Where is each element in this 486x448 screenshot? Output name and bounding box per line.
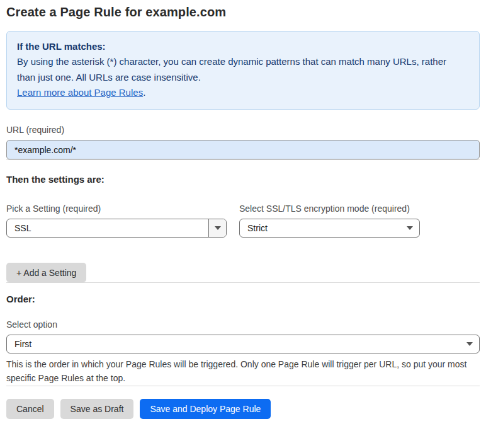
pick-setting-label: Pick a Setting (required) [6, 204, 227, 214]
cancel-button[interactable]: Cancel [6, 399, 54, 419]
encryption-mode-select-value: Strict [240, 223, 400, 233]
create-page-rule-form: Create a Page Rule for example.com If th… [0, 0, 486, 419]
add-setting-button[interactable]: + Add a Setting [6, 263, 86, 282]
order-select[interactable]: First [6, 335, 480, 353]
encryption-mode-select[interactable]: Strict [239, 219, 420, 238]
order-section-heading: Order: [6, 294, 480, 304]
settings-section-heading: Then the settings are: [6, 174, 480, 185]
pick-setting-select[interactable]: SSL [6, 219, 227, 238]
pick-setting-select-value: SSL [7, 223, 208, 233]
order-select-value: First [7, 339, 460, 349]
divider [6, 282, 480, 283]
info-box-link-line: Learn more about Page Rules. [17, 85, 469, 100]
dropdown-arrow-icon [400, 226, 419, 230]
encryption-mode-label: Select SSL/TLS encryption mode (required… [239, 204, 420, 214]
divider [6, 159, 480, 160]
order-help-text: This is the order in which your Page Rul… [6, 358, 472, 385]
url-input[interactable] [6, 140, 480, 159]
link-period: . [143, 87, 145, 98]
divider [6, 386, 480, 386]
order-select-label: Select option [6, 319, 480, 330]
dropdown-arrow-icon [460, 342, 479, 346]
page-title: Create a Page Rule for example.com [6, 5, 480, 20]
url-match-info-box: If the URL matches: By using the asteris… [6, 31, 480, 110]
save-as-draft-button[interactable]: Save as Draft [60, 399, 134, 419]
learn-more-link[interactable]: Learn more about Page Rules [17, 87, 143, 98]
dropdown-arrow-icon [208, 219, 226, 237]
save-and-deploy-button[interactable]: Save and Deploy Page Rule [140, 399, 271, 419]
info-box-heading: If the URL matches: [17, 39, 469, 54]
settings-row: Pick a Setting (required) SSL Select SSL… [6, 204, 480, 238]
encryption-mode-column: Select SSL/TLS encryption mode (required… [239, 204, 420, 238]
info-box-body: By using the asterisk (*) character, you… [17, 54, 458, 85]
pick-setting-column: Pick a Setting (required) SSL [6, 204, 227, 238]
footer-actions: Cancel Save as Draft Save and Deploy Pag… [6, 399, 480, 419]
url-field-label: URL (required) [6, 125, 480, 135]
